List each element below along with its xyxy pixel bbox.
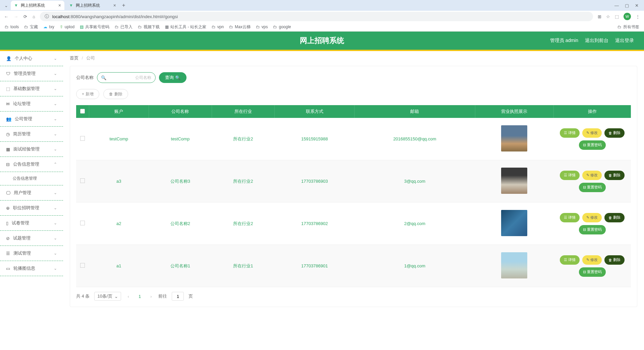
list-icon: ☰ <box>6 251 10 256</box>
edit-button[interactable]: ✎修改 <box>582 171 602 180</box>
row-checkbox[interactable] <box>80 136 85 141</box>
sidebar-item-exam[interactable]: ▯试卷管理⌄ <box>0 216 63 231</box>
sidebar-item-notice[interactable]: ⊟公告信息管理⌃ <box>0 157 63 172</box>
page-number[interactable]: 1 <box>136 294 144 299</box>
bookmark-star-icon[interactable]: ☆ <box>606 14 610 19</box>
sidebar-item-forum[interactable]: ✉论坛管理⌄ <box>0 96 63 112</box>
sidebar-subitem-notice[interactable]: 公告信息管理 <box>0 172 63 185</box>
delete-button[interactable]: 🗑删除 <box>103 89 128 99</box>
reset-password-button[interactable]: ⊟重置密码 <box>579 140 606 150</box>
close-icon[interactable]: × <box>58 3 61 8</box>
home-icon[interactable]: ⌂ <box>33 14 35 19</box>
sidebar-item-basedata[interactable]: ⬚基础数据管理⌄ <box>0 81 63 96</box>
bookmark-item[interactable]: ⇧uplod <box>60 25 74 29</box>
window-controls: — ▢ ✕ <box>614 3 641 8</box>
page-size-select[interactable]: 10条/页⌄ <box>94 292 121 301</box>
new-tab-button[interactable]: + <box>122 2 125 8</box>
minimize-icon[interactable]: — <box>614 3 619 8</box>
sidebar-item-personal[interactable]: 👤个人中心⌄ <box>0 51 63 66</box>
delete-row-button[interactable]: 🗑删除 <box>604 255 625 265</box>
row-checkbox[interactable] <box>80 221 85 225</box>
bookmark-folder[interactable]: 🗀vpn <box>212 25 224 29</box>
cell-account: testComp <box>89 118 149 160</box>
bookmark-folder[interactable]: 🗀已导入 <box>115 24 132 30</box>
install-icon[interactable]: ⊞ <box>598 14 601 19</box>
delete-row-button[interactable]: 🗑删除 <box>604 213 625 222</box>
prev-page[interactable]: ‹ <box>126 294 131 299</box>
forward-icon[interactable]: → <box>14 14 18 19</box>
bookmark-item[interactable]: ▤共享账号密码 <box>80 24 109 30</box>
trash-icon: 🗑 <box>608 258 612 262</box>
tab-list-dropdown[interactable]: ⌄ <box>3 2 9 9</box>
goto-page-input[interactable] <box>172 292 184 301</box>
add-button[interactable]: +新增 <box>76 89 99 99</box>
browser-tab-active[interactable]: ▼ 网上招聘系统 × <box>11 1 64 10</box>
sidebar-item-test[interactable]: ☰测试管理⌄ <box>0 246 63 261</box>
bookmark-folder[interactable]: 🗀Max云梯 <box>229 24 251 30</box>
close-icon[interactable]: × <box>113 3 116 8</box>
license-image[interactable] <box>501 125 527 151</box>
company-table: 账户 公司名称 所在行业 联系方式 邮箱 营业执照展示 操作 testComp … <box>76 105 631 287</box>
sidebar-item-interview[interactable]: ▦面试经验管理⌄ <box>0 142 63 157</box>
reset-password-button[interactable]: ⊟重置密码 <box>579 225 606 234</box>
detail-button[interactable]: ☰详情 <box>560 213 580 222</box>
row-checkbox[interactable] <box>80 263 85 268</box>
bookmark-folder[interactable]: 🗀视频下载 <box>138 24 160 30</box>
maximize-icon[interactable]: ▢ <box>625 3 629 8</box>
close-window-icon[interactable]: ✕ <box>635 3 639 8</box>
cell-email: 2016855150@qq.com <box>355 118 475 160</box>
url-input[interactable]: ⓘ localhost:8080/wangshangzaopinh/admin/… <box>40 12 593 21</box>
admin-label[interactable]: 管理员 admin <box>550 38 578 44</box>
detail-button[interactable]: ☰详情 <box>560 128 580 138</box>
reload-icon[interactable]: ⟳ <box>23 14 27 19</box>
sidebar-item-banner[interactable]: ▭轮播图信息⌄ <box>0 261 63 276</box>
sidebar-item-resume[interactable]: ◷简历管理⌄ <box>0 127 63 142</box>
license-image[interactable] <box>501 252 527 278</box>
extensions-icon[interactable]: ⬚ <box>615 14 619 19</box>
select-all-checkbox[interactable] <box>80 109 85 114</box>
sidebar-item-job[interactable]: ⊕职位招聘管理⌄ <box>0 201 63 216</box>
reset-password-button[interactable]: ⊟重置密码 <box>579 183 606 192</box>
plus-icon: + <box>82 92 84 96</box>
bookmark-item[interactable]: ▦站长工具 - 站长之家 <box>165 24 206 30</box>
edit-button[interactable]: ✎修改 <box>582 128 602 138</box>
delete-row-button[interactable]: 🗑删除 <box>604 171 625 180</box>
bookmark-folder[interactable]: 🗀vps <box>256 25 268 29</box>
menu-icon[interactable]: ⋮ <box>636 14 640 19</box>
bookmark-folder[interactable]: 🗀google <box>273 25 291 29</box>
bookmark-folder[interactable]: 🗀tools <box>5 25 19 29</box>
edit-button[interactable]: ✎修改 <box>582 255 602 265</box>
search-button[interactable]: 查询🔍 <box>159 72 186 83</box>
breadcrumb-home[interactable]: 首页 <box>70 55 78 60</box>
sidebar-item-company[interactable]: 👥公司管理⌄ <box>0 112 63 127</box>
sidebar-item-admin[interactable]: 🛡管理员管理⌄ <box>0 66 63 81</box>
company-name-input[interactable] <box>97 72 156 83</box>
sidebar-item-question[interactable]: ⊘试题管理⌄ <box>0 231 63 246</box>
col-name: 公司名称 <box>149 105 212 118</box>
license-image[interactable] <box>501 210 527 236</box>
logout-link[interactable]: 退出登录 <box>615 38 634 44</box>
view-icon: ☰ <box>564 258 567 262</box>
goto-front-link[interactable]: 退出到前台 <box>585 38 608 44</box>
detail-button[interactable]: ☰详情 <box>560 255 580 265</box>
row-checkbox[interactable] <box>80 178 85 183</box>
detail-button[interactable]: ☰详情 <box>560 171 580 180</box>
next-page[interactable]: › <box>148 294 154 299</box>
profile-avatar[interactable]: W <box>624 13 631 20</box>
search-icon: 🔍 <box>175 75 180 80</box>
edit-button[interactable]: ✎修改 <box>582 213 602 222</box>
trash-icon: 🗑 <box>608 173 612 177</box>
folder-icon: 🗀 <box>618 25 622 29</box>
browser-tab[interactable]: ▼ 网上招聘系统 × <box>66 1 119 10</box>
delete-row-button[interactable]: 🗑删除 <box>604 128 625 138</box>
all-bookmarks[interactable]: 🗀所有书签 <box>618 24 639 30</box>
bookmark-folder[interactable]: 🗀宝藏 <box>24 24 38 30</box>
edit-icon: ✎ <box>586 131 589 135</box>
reset-password-button[interactable]: ⊟重置密码 <box>579 267 606 277</box>
license-image[interactable] <box>501 168 527 194</box>
sidebar-item-user[interactable]: 🖵用户管理⌄ <box>0 185 63 201</box>
chevron-down-icon: ⌄ <box>54 71 57 76</box>
back-icon[interactable]: ← <box>4 14 8 19</box>
bookmark-item[interactable]: ☁txy <box>43 25 54 29</box>
site-info-icon[interactable]: ⓘ <box>45 13 49 19</box>
